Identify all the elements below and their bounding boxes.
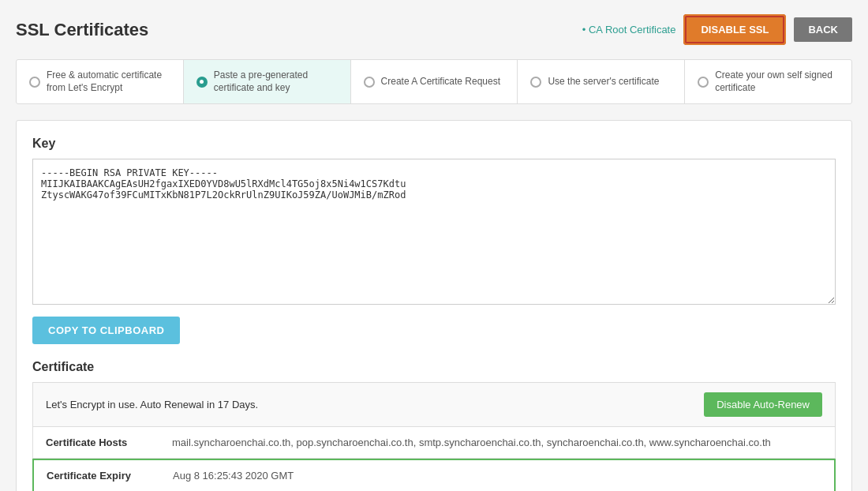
ssl-certificates-page: SSL Certificates CA Root Certificate DIS… (0, 0, 868, 491)
header: SSL Certificates CA Root Certificate DIS… (16, 16, 852, 43)
key-section: Key -----BEGIN RSA PRIVATE KEY----- MIIJ… (32, 137, 836, 344)
tab-paste-generated[interactable]: Paste a pre-generated certificate and ke… (184, 60, 351, 103)
key-section-title: Key (32, 137, 836, 151)
certificate-tabs: Free & automatic certificate from Let's … (16, 59, 852, 104)
tab-self-signed[interactable]: Create your own self signed certificate (685, 60, 851, 103)
tab-label-paste-generated: Paste a pre-generated certificate and ke… (214, 69, 338, 94)
tab-lets-encrypt[interactable]: Free & automatic certificate from Let's … (17, 60, 184, 103)
back-button[interactable]: BACK (794, 17, 852, 42)
main-content: Key -----BEGIN RSA PRIVATE KEY----- MIIJ… (16, 120, 852, 491)
tab-label-cert-request: Create A Certificate Request (381, 76, 500, 88)
header-actions: CA Root Certificate DISABLE SSL BACK (582, 16, 852, 43)
cert-hosts-value: mail.syncharoenchai.co.th, pop.syncharoe… (172, 437, 771, 448)
cert-expiry-label: Certificate Expiry (47, 470, 149, 482)
disable-ssl-button[interactable]: DISABLE SSL (685, 16, 784, 43)
cert-expiry-value: Aug 8 16:25:43 2020 GMT (173, 470, 294, 482)
tab-server-cert[interactable]: Use the server's certificate (518, 60, 685, 103)
tab-radio-paste-generated (196, 77, 208, 88)
auto-renew-info-text: Let's Encrypt in use. Auto Renewal in 17… (46, 399, 258, 410)
certificate-section: Certificate Let's Encrypt in use. Auto R… (32, 360, 836, 491)
cert-hosts-label: Certificate Hosts (46, 437, 148, 448)
page-title: SSL Certificates (16, 20, 148, 40)
tab-radio-server-cert (530, 77, 541, 88)
tab-label-lets-encrypt: Free & automatic certificate from Let's … (47, 69, 170, 94)
ca-root-certificate-link[interactable]: CA Root Certificate (582, 24, 676, 36)
key-textarea[interactable]: -----BEGIN RSA PRIVATE KEY----- MIIJKAIB… (32, 159, 836, 305)
tab-cert-request[interactable]: Create A Certificate Request (351, 60, 518, 103)
disable-auto-renew-button[interactable]: Disable Auto-Renew (704, 392, 822, 417)
certificate-section-title: Certificate (32, 360, 836, 374)
tab-radio-cert-request (364, 77, 375, 88)
tab-label-self-signed: Create your own self signed certificate (715, 69, 839, 94)
copy-to-clipboard-button[interactable]: COPY TO CLIPBOARD (32, 317, 180, 344)
tab-radio-lets-encrypt (29, 77, 40, 88)
cert-expiry-row: Certificate Expiry Aug 8 16:25:43 2020 G… (32, 459, 836, 491)
tab-radio-self-signed (698, 77, 709, 88)
auto-renew-info-bar: Let's Encrypt in use. Auto Renewal in 17… (32, 382, 836, 427)
cert-hosts-row: Certificate Hosts mail.syncharoenchai.co… (32, 427, 836, 459)
tab-label-server-cert: Use the server's certificate (548, 76, 659, 88)
